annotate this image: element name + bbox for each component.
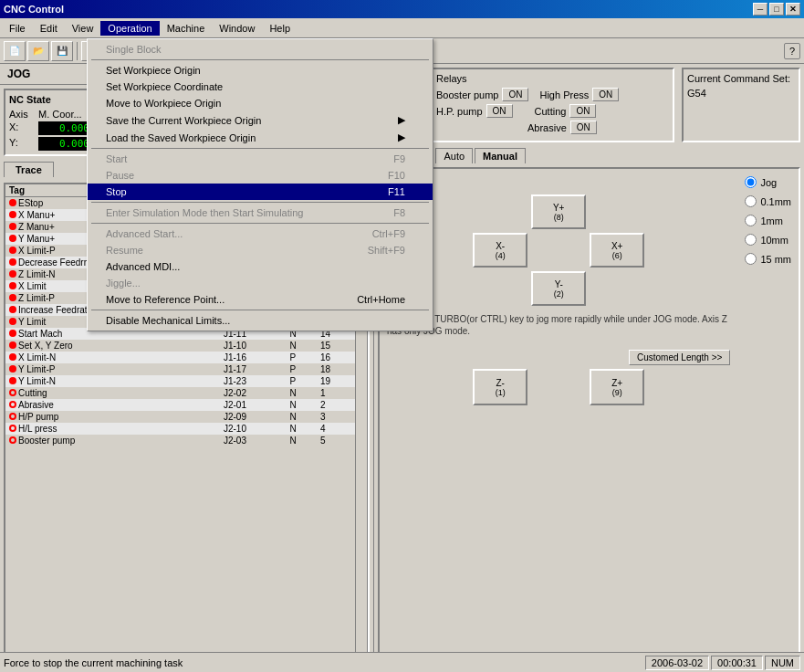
- dropdown-item-set-workpiece-coord[interactable]: Set Workpiece Coordinate: [88, 79, 433, 95]
- dropdown-item-stop[interactable]: StopF11: [88, 184, 433, 200]
- trace-port-cell: J1-17: [220, 363, 287, 375]
- dropdown-item-label: Move to Workpiece Origin: [106, 98, 221, 109]
- dropdown-item-label: Save the Current Workpiece Origin: [106, 115, 261, 126]
- dropdown-item-move-workpiece-origin[interactable]: Move to Workpiece Origin: [88, 95, 433, 111]
- jog-radio-10mm[interactable]: [745, 234, 757, 246]
- dropdown-item-label: Start: [106, 153, 127, 164]
- trace-dot: [9, 389, 16, 396]
- minimize-button[interactable]: ─: [753, 3, 767, 16]
- tab-manual[interactable]: Manual: [475, 148, 526, 163]
- jog-y-minus-row: Y- (2): [387, 271, 730, 306]
- trace-tag-cell: H/L press: [5, 423, 220, 435]
- operation-dropdown: Single BlockSet Workpiece OriginSet Work…: [87, 38, 433, 331]
- right-panel: 100% Relays Booster pump ON High Press O…: [374, 64, 804, 670]
- jog-label-10mm: 10mm: [760, 235, 788, 246]
- trace-port-cell: J2-02: [220, 387, 287, 399]
- dropdown-item-start: StartF9: [88, 151, 433, 167]
- top-right-area: 100% Relays Booster pump ON High Press O…: [374, 64, 804, 146]
- menu-machine[interactable]: Machine: [160, 21, 213, 36]
- jog-radio-1mm[interactable]: [745, 215, 757, 226]
- jog-x-plus-button[interactable]: X+ (6): [590, 233, 644, 268]
- toolbar-btn-2[interactable]: 📂: [27, 41, 49, 61]
- trace-state-cell: P: [286, 352, 316, 363]
- trace-state-cell: N: [286, 340, 316, 352]
- title-bar-text: CNC Control: [4, 4, 64, 15]
- tab-auto[interactable]: Auto: [435, 148, 473, 163]
- trace-port-cell: J1-10: [220, 340, 287, 352]
- nc-axis-header: Axis: [9, 109, 37, 120]
- dropdown-item-label: Load the Saved Workpiece Origin: [106, 132, 256, 143]
- trace-num-cell: 4: [317, 423, 355, 435]
- toolbar-btn-1[interactable]: 📄: [4, 41, 26, 61]
- dropdown-item-label: Resume: [106, 245, 143, 256]
- jog-x-row: X- (4) X+ (6): [387, 233, 730, 268]
- dropdown-item-shortcut: ▶: [398, 131, 405, 143]
- menu-window[interactable]: Window: [212, 21, 262, 36]
- trace-tag-cell: Set X, Y Zero: [5, 340, 220, 352]
- jog-radio-01mm[interactable]: [745, 195, 757, 207]
- dropdown-item-shortcut: F10: [388, 170, 405, 181]
- dropdown-item-label: Move to Reference Point...: [106, 294, 224, 305]
- trace-tag-cell: X Limit-N: [5, 352, 220, 363]
- dropdown-item-move-ref[interactable]: Move to Reference Point...Ctrl+Home: [88, 291, 433, 308]
- toolbar-btn-3[interactable]: 💾: [51, 41, 73, 61]
- trace-port-cell: J2-01: [220, 399, 287, 411]
- dropdown-item-label: Advanced Start...: [106, 228, 183, 239]
- dropdown-item-disable-limits[interactable]: Disable Mechanical Limits...: [88, 312, 433, 329]
- dropdown-item-label: Stop: [106, 186, 127, 197]
- jog-option-01mm: 0.1mm: [745, 195, 791, 207]
- jog-z-plus-button[interactable]: Z+ (9): [590, 369, 644, 405]
- help-icon[interactable]: ?: [784, 43, 800, 59]
- menu-file[interactable]: File: [2, 21, 33, 36]
- trace-state-cell: N: [286, 387, 316, 399]
- custom-length-button[interactable]: Customed Length >>: [629, 350, 730, 365]
- jog-radio-15mm[interactable]: [745, 253, 757, 265]
- dropdown-separator: [91, 202, 429, 203]
- trace-tag-cell: Abrasive: [5, 399, 220, 411]
- tab-trace[interactable]: Trace: [4, 162, 54, 177]
- dropdown-item-set-workpiece-origin[interactable]: Set Workpiece Origin: [88, 62, 433, 79]
- trace-dot: [9, 270, 16, 278]
- dropdown-item-shortcut: F8: [393, 207, 405, 218]
- maximize-button[interactable]: □: [769, 3, 784, 16]
- trace-port-cell: J2-09: [220, 411, 287, 423]
- abrasive-btn[interactable]: ON: [570, 121, 597, 134]
- relays-panel: Relays Booster pump ON High Press ON H.P…: [431, 68, 674, 142]
- dropdown-item-save-workpiece-origin[interactable]: Save the Current Workpiece Origin▶: [88, 111, 433, 129]
- jog-x-minus-button[interactable]: X- (4): [473, 233, 527, 268]
- jog-z-minus-button[interactable]: Z- (1): [473, 369, 527, 405]
- jog-z-space: [531, 369, 586, 405]
- menu-edit[interactable]: Edit: [33, 21, 65, 36]
- jog-radio-jog[interactable]: [745, 176, 757, 188]
- jog-y-plus-row: Y+ (8): [387, 194, 730, 229]
- jog-y-minus-button[interactable]: Y- (2): [531, 271, 586, 306]
- jog-label-01mm: 0.1mm: [760, 196, 791, 207]
- trace-state-cell: P: [286, 363, 316, 375]
- close-button[interactable]: ✕: [786, 3, 800, 16]
- table-row: Booster pumpJ2-03N5: [5, 435, 355, 446]
- menu-view[interactable]: View: [65, 21, 101, 36]
- trace-dot: [9, 282, 16, 289]
- jog-option-10mm: 10mm: [745, 234, 791, 246]
- cutting-btn[interactable]: ON: [569, 104, 596, 118]
- dropdown-item-load-workpiece-origin[interactable]: Load the Saved Workpiece Origin▶: [88, 129, 433, 146]
- high-press-btn[interactable]: ON: [592, 88, 619, 101]
- trace-num-cell: 16: [317, 352, 355, 363]
- jog-option-15mm: 15 mm: [745, 253, 791, 265]
- booster-pump-btn[interactable]: ON: [502, 88, 528, 101]
- trace-dot: [9, 353, 16, 361]
- dropdown-item-advanced-mdi[interactable]: Advanced MDI...: [88, 258, 433, 275]
- menu-help[interactable]: Help: [262, 21, 298, 36]
- jog-options: Jog 0.1mm 1mm 10mm 15 mm: [737, 169, 799, 665]
- hp-pump-btn[interactable]: ON: [486, 104, 513, 118]
- nc-coord-header: M. Coor...: [38, 109, 93, 120]
- menu-operation[interactable]: Operation: [100, 21, 159, 36]
- trace-dot: [9, 341, 16, 349]
- jog-y-plus-button[interactable]: Y+ (8): [531, 194, 586, 229]
- trace-num-cell: 1: [317, 387, 355, 399]
- command-set-title: Current Command Set:: [687, 73, 795, 84]
- table-row: Y Limit-NJ1-23P19: [5, 375, 355, 387]
- trace-dot: [9, 247, 16, 254]
- dropdown-item-shortcut: Ctrl+Home: [357, 294, 405, 305]
- hp-pump-label: H.P. pump: [436, 106, 483, 117]
